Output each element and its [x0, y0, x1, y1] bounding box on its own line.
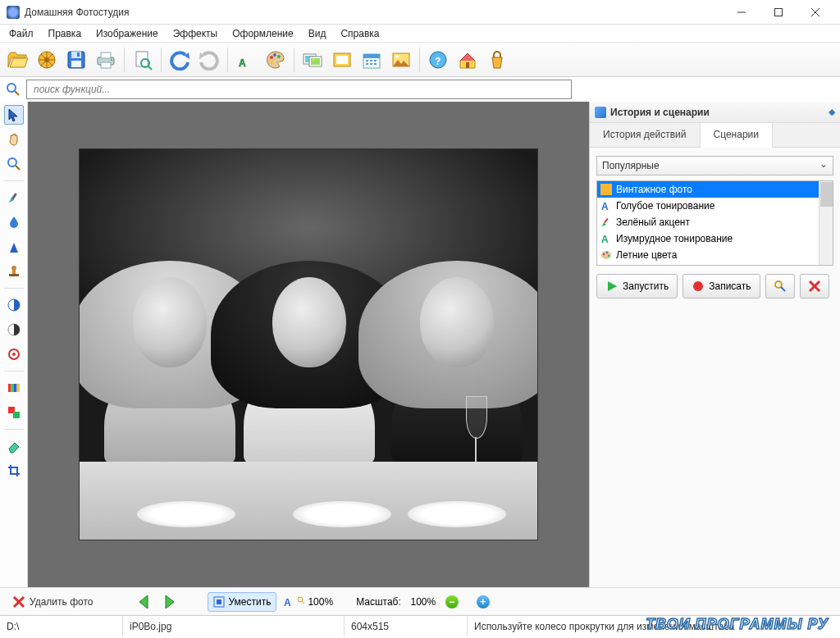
svg-point-46 [7, 84, 16, 92]
menu-help[interactable]: Справка [333, 26, 386, 41]
menu-effects[interactable]: Эффекты [166, 26, 226, 41]
toolbar-separator [124, 48, 125, 72]
open-button[interactable] [3, 46, 31, 74]
canvas[interactable] [28, 102, 590, 587]
tool-target[interactable] [4, 344, 24, 364]
svg-point-71 [608, 255, 610, 257]
svg-point-72 [693, 281, 703, 291]
svg-text:A: A [601, 201, 609, 212]
panel-tabs: История действий Сценарии [590, 123, 840, 148]
tool-gradient[interactable] [4, 378, 24, 398]
tool-hand[interactable] [4, 130, 24, 149]
collapse-icon[interactable]: ◆ [829, 107, 835, 117]
zoom-out-button[interactable]: − [445, 595, 459, 608]
scenario-list[interactable]: Винтажное фото AГолубое тонирование Зелё… [596, 180, 833, 266]
prev-button[interactable] [135, 593, 153, 611]
tool-crop[interactable] [4, 461, 24, 481]
tool-separator [4, 288, 24, 289]
svg-line-47 [15, 91, 19, 95]
svg-rect-29 [311, 58, 320, 65]
vintage-icon [600, 184, 612, 195]
menu-file[interactable]: Файл [2, 26, 41, 41]
svg-rect-13 [77, 52, 80, 57]
delete-photo-button[interactable]: Удалить фото [7, 591, 98, 613]
svg-rect-50 [11, 193, 16, 199]
window-title: Домашняя Фотостудия [25, 7, 723, 18]
tool-stamp[interactable] [4, 262, 24, 281]
text-button[interactable]: A [232, 46, 260, 74]
next-button[interactable] [160, 593, 178, 611]
svg-rect-37 [374, 60, 377, 62]
undo-button[interactable] [166, 46, 194, 74]
postcard-button[interactable] [387, 46, 415, 74]
delete-script-button[interactable] [800, 274, 829, 298]
minimize-button[interactable] [723, 1, 760, 24]
tool-spray[interactable] [4, 237, 24, 257]
list-item[interactable]: Зелёный акцент [597, 214, 833, 230]
menu-design[interactable]: Оформление [225, 26, 300, 41]
svg-rect-1 [774, 8, 782, 16]
svg-rect-61 [16, 384, 20, 392]
scrollbar[interactable] [819, 181, 833, 265]
letter-a-icon: A [283, 596, 294, 608]
list-item-label: Зелёный акцент [616, 216, 690, 228]
fit-button[interactable]: Уместить [208, 592, 276, 612]
svg-text:A: A [601, 234, 609, 244]
calendar-button[interactable] [358, 46, 386, 74]
edit-script-button[interactable] [765, 274, 795, 298]
images-button[interactable] [299, 46, 326, 74]
list-item[interactable]: Винтажное фото [597, 181, 833, 198]
palette-button[interactable] [262, 46, 290, 74]
svg-point-25 [270, 61, 273, 64]
close-button[interactable] [797, 1, 833, 24]
tab-history[interactable]: История действий [590, 123, 701, 147]
zoom-in-button[interactable]: + [477, 595, 490, 608]
maximize-button[interactable] [760, 1, 797, 24]
tool-brush[interactable] [4, 188, 24, 207]
svg-line-74 [781, 287, 785, 291]
scale-value: 100% [408, 596, 439, 608]
tool-pointer[interactable] [4, 105, 24, 125]
tool-zoom[interactable] [4, 154, 24, 174]
page-preview-button[interactable] [129, 46, 157, 74]
list-item[interactable]: AГолубое тонирование [597, 198, 833, 214]
tool-contrast[interactable] [4, 295, 24, 315]
svg-rect-36 [370, 60, 372, 62]
svg-rect-40 [374, 63, 377, 65]
svg-rect-59 [11, 384, 14, 392]
status-drive: D:\ [0, 616, 123, 636]
tool-lighten[interactable] [4, 320, 24, 340]
menu-edit[interactable]: Правка [41, 26, 89, 41]
scenario-category-dropdown[interactable]: Популярные [596, 156, 833, 175]
catalog-button[interactable] [33, 46, 61, 74]
main-toolbar: A ? [0, 43, 840, 77]
frame-button[interactable] [328, 46, 356, 74]
tool-eraser[interactable] [4, 436, 24, 456]
home-button[interactable] [454, 46, 482, 74]
tab-scenarios[interactable]: Сценарии [701, 123, 773, 148]
redo-button[interactable] [195, 46, 223, 74]
help-button[interactable]: ? [424, 46, 452, 74]
svg-rect-58 [8, 384, 11, 392]
svg-rect-39 [370, 63, 372, 65]
tool-swap-colors[interactable] [4, 403, 24, 422]
shop-button[interactable] [483, 46, 511, 74]
svg-point-42 [395, 55, 399, 58]
tool-drop[interactable] [4, 212, 24, 232]
print-button[interactable] [92, 46, 120, 74]
panel-title: История и сценарии [610, 107, 829, 118]
svg-point-23 [273, 53, 276, 57]
panel-header: История и сценарии ◆ [590, 102, 840, 123]
toolbar-separator [227, 48, 228, 72]
record-button[interactable]: Записать [682, 274, 760, 298]
list-item[interactable]: Летние цвета [597, 247, 833, 263]
run-button[interactable]: Запустить [596, 274, 678, 298]
menu-view[interactable]: Вид [301, 26, 334, 41]
actual-size-button[interactable]: A 100% [283, 596, 333, 608]
right-panel: История и сценарии ◆ История действий Сц… [590, 102, 840, 587]
list-item[interactable]: AИзумрудное тонирование [597, 230, 833, 247]
search-input[interactable] [26, 80, 572, 99]
save-button[interactable] [62, 46, 90, 74]
list-item-label: Винтажное фото [616, 184, 692, 195]
menu-image[interactable]: Изображение [89, 26, 166, 41]
